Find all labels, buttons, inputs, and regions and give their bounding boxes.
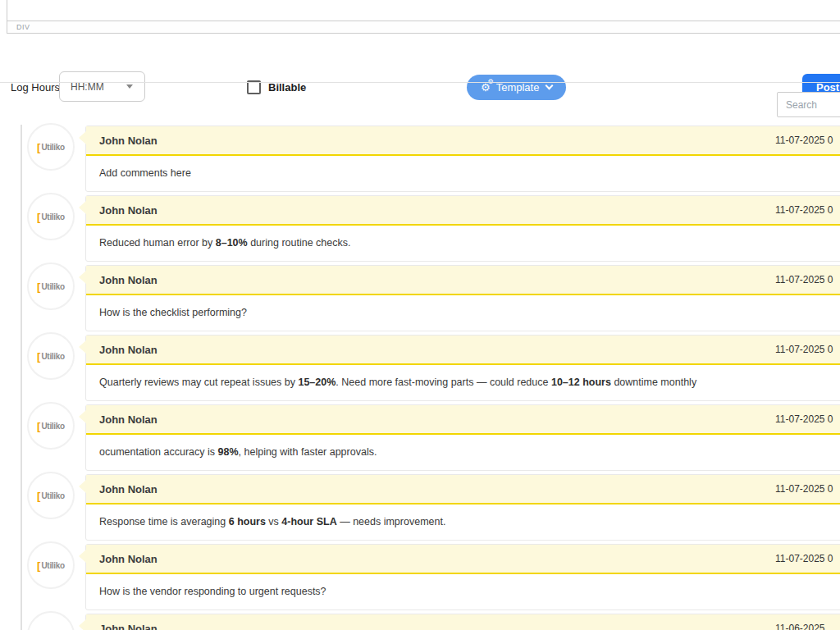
utiliko-logo-icon: [: [37, 141, 40, 153]
comment-item: [Utiliko John Nolan 11-07-2025 0 How is …: [0, 265, 840, 335]
comment-item: [Utiliko John Nolan 11-07-2025 0 Reduced…: [0, 195, 840, 265]
bubble-arrow-icon: [79, 131, 86, 144]
utiliko-logo-text: Utiliko: [41, 561, 64, 570]
comment-body: Quarterly reviews may cut repeat issues …: [86, 365, 840, 400]
comment-date: 11-07-2025 0: [775, 483, 833, 495]
comment-bubble: John Nolan 11-07-2025 0 Add comments her…: [85, 126, 840, 192]
avatar: [Utiliko: [27, 193, 75, 240]
utiliko-logo-icon: [: [37, 559, 40, 572]
comment-body: How is the checklist performing?: [86, 295, 840, 331]
bubble-arrow-icon: [79, 271, 86, 284]
comment-body: Reduced human error by 8–10% during rout…: [86, 226, 840, 261]
comment-item: [Utiliko John Nolan 11-07-2025 0 How is …: [0, 544, 840, 614]
bubble-arrow-icon: [79, 550, 86, 563]
comment-header: John Nolan 11-07-2025 0: [86, 126, 840, 156]
comment-date: 11-07-2025 0: [775, 553, 833, 564]
template-button[interactable]: ⚙⚙ Template: [467, 75, 566, 100]
comment-date: 11-07-2025 0: [775, 204, 833, 216]
comment-author: John Nolan: [99, 135, 158, 147]
comment-body: Add comments here: [86, 156, 840, 191]
utiliko-logo-icon: [: [37, 350, 40, 363]
utiliko-logo-text: Utiliko: [41, 143, 64, 152]
bubble-arrow-icon: [79, 201, 86, 214]
comment-bubble: John Nolan 11-07-2025 0 Reduced human er…: [85, 195, 840, 262]
comment-header: John Nolan 11-07-2025 0: [86, 196, 840, 226]
comment-author: John Nolan: [99, 483, 158, 495]
comment-bubble: John Nolan 11-06-2025: [85, 614, 840, 630]
comment-header: John Nolan 11-07-2025 0: [86, 405, 840, 435]
editor-element-path: DIV: [7, 21, 840, 34]
utiliko-logo-icon: [: [37, 211, 40, 223]
billable-label: Billable: [268, 81, 306, 94]
template-button-label: Template: [496, 81, 540, 94]
comment-item: [Utiliko John Nolan 11-06-2025: [0, 614, 840, 630]
comment-header: John Nolan 11-06-2025: [86, 614, 840, 630]
comment-list: [Utiliko John Nolan 11-07-2025 0 Add com…: [0, 126, 840, 630]
avatar: [Utiliko: [27, 123, 75, 171]
chevron-down-icon: [126, 84, 133, 89]
comment-bubble: John Nolan 11-07-2025 0 How is the check…: [85, 265, 840, 331]
comment-date: 11-07-2025 0: [775, 413, 833, 425]
comment-header: John Nolan 11-07-2025 0: [86, 475, 840, 504]
gears-icon: ⚙⚙: [481, 82, 491, 93]
comment-body: How is the vendor responding to urgent r…: [86, 574, 840, 609]
comment-bubble: John Nolan 11-07-2025 0 How is the vendo…: [85, 544, 840, 610]
chevron-down-icon: [546, 82, 554, 90]
avatar: [Utiliko: [27, 402, 75, 450]
comment-author: John Nolan: [99, 413, 158, 426]
comment-date: 11-07-2025 0: [775, 344, 833, 355]
comment-date: 11-07-2025 0: [775, 135, 833, 146]
utiliko-logo-text: Utiliko: [41, 491, 64, 500]
utiliko-logo-icon: [: [37, 281, 40, 293]
comment-date: 11-07-2025 0: [775, 274, 833, 285]
avatar: [Utiliko: [27, 541, 75, 589]
comment-bubble: John Nolan 11-07-2025 0 Response time is…: [85, 474, 840, 541]
comment-header: John Nolan 11-07-2025 0: [86, 545, 840, 574]
log-hours-label: Log Hours:: [11, 81, 63, 94]
bubble-arrow-icon: [79, 480, 86, 493]
comment-author: John Nolan: [99, 274, 158, 286]
comment-author: John Nolan: [99, 204, 158, 217]
utiliko-logo-icon: [: [37, 490, 40, 502]
avatar: [Utiliko: [27, 611, 75, 630]
comment-author: John Nolan: [99, 344, 158, 356]
utiliko-logo-text: Utiliko: [41, 352, 64, 361]
comment-bubble: John Nolan 11-07-2025 0 ocumentation acc…: [85, 404, 840, 471]
bubble-arrow-icon: [79, 340, 86, 354]
comment-header: John Nolan 11-07-2025 0: [86, 266, 840, 295]
toolbar-divider: [0, 82, 840, 83]
avatar: [Utiliko: [27, 332, 75, 380]
comment-body: ocumentation accuracy is 98%, helping wi…: [86, 435, 840, 470]
bubble-arrow-icon: [79, 410, 86, 423]
log-hours-select[interactable]: HH:MM: [59, 71, 145, 102]
comment-date: 11-06-2025: [775, 623, 825, 630]
comment-toolbar: Log Hours: HH:MM Billable ⚙⚙ Template Po…: [0, 34, 840, 82]
comment-editor[interactable]: [7, 0, 840, 21]
comment-body: Response time is averaging 6 hours vs 4-…: [86, 504, 840, 540]
comment-bubble: John Nolan 11-07-2025 0 Quarterly review…: [85, 335, 840, 401]
comment-item: [Utiliko John Nolan 11-07-2025 0 Add com…: [0, 126, 840, 195]
editor-path-label: DIV: [7, 23, 30, 31]
utiliko-logo-icon: [: [37, 420, 40, 432]
avatar: [Utiliko: [27, 262, 75, 310]
utiliko-logo-text: Utiliko: [41, 422, 64, 431]
avatar: [Utiliko: [27, 472, 75, 519]
comment-item: [Utiliko John Nolan 11-07-2025 0 ocument…: [0, 404, 840, 474]
comment-item: [Utiliko John Nolan 11-07-2025 0 Respons…: [0, 474, 840, 544]
utiliko-logo-text: Utiliko: [41, 282, 64, 291]
comment-header: John Nolan 11-07-2025 0: [86, 336, 840, 365]
comment-author: John Nolan: [99, 623, 158, 630]
comment-item: [Utiliko John Nolan 11-07-2025 0 Quarter…: [0, 335, 840, 404]
utiliko-logo-text: Utiliko: [41, 212, 64, 221]
bubble-arrow-icon: [79, 619, 86, 630]
search-input[interactable]: [777, 92, 840, 117]
comment-author: John Nolan: [99, 553, 158, 565]
